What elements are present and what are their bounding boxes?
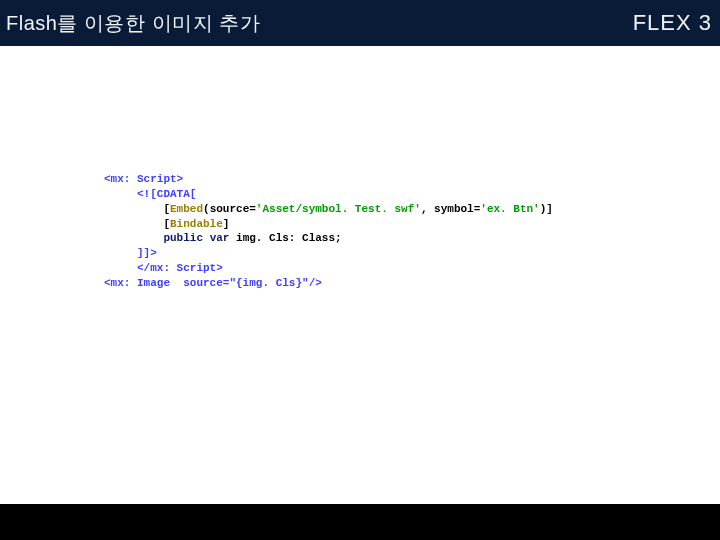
slide-brand: FLEX 3 [633,10,712,36]
code-token: <mx: Script> [104,173,183,185]
code-token: img. Cls: Class; [229,232,341,244]
code-text: <mx: Script> <![CDATA[ [Embed(source='As… [104,172,680,291]
code-token: Bindable [170,218,223,230]
slide: Flash를 이용한 이미지 추가 FLEX 3 <mx: Script> <!… [0,0,720,540]
code-token: <mx: Image source="{img. Cls}"/> [104,277,322,289]
code-token: var [210,232,230,244]
code-token: [ [104,218,170,230]
code-token: ]]> [104,247,157,259]
slide-title: Flash를 이용한 이미지 추가 [6,10,260,37]
code-token: <![CDATA[ [104,188,196,200]
code-token: ] [223,218,230,230]
code-token [203,232,210,244]
code-token: public [163,232,203,244]
code-token: 'ex. Btn' [480,203,539,215]
code-token: (source= [203,203,256,215]
code-token: [ [104,203,170,215]
code-token: )] [540,203,553,215]
code-token: 'Asset/symbol. Test. swf' [256,203,421,215]
code-token: , symbol= [421,203,480,215]
slide-header: Flash를 이용한 이미지 추가 FLEX 3 [0,0,720,46]
code-token: Embed [170,203,203,215]
code-token [104,232,163,244]
slide-footer [0,504,720,540]
code-token: </mx: Script> [104,262,223,274]
code-block: <mx: Script> <![CDATA[ [Embed(source='As… [104,172,680,291]
